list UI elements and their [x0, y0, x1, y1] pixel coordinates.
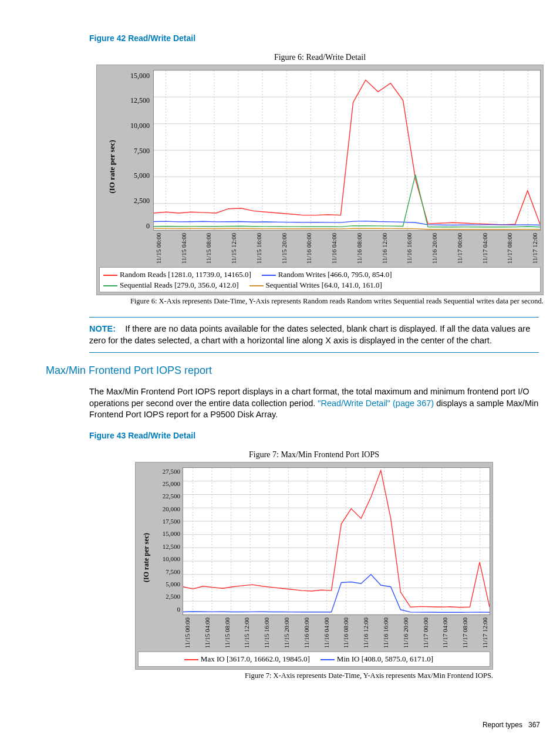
x-tick: 11/16 08:00: [342, 617, 350, 648]
y-tick: 5,000: [154, 580, 180, 589]
legend-entry: Min IO [408.0, 5875.0, 6171.0]: [321, 654, 433, 663]
page-footer: Report types 367: [483, 720, 540, 730]
section-heading: Max/Min Frontend Port IOPS report: [46, 363, 542, 377]
x-tick: 11/16 12:00: [362, 617, 370, 648]
figure-42-caption: Figure 42 Read/Write Detail: [89, 33, 539, 44]
y-tick: 10,000: [154, 555, 180, 563]
note-label: NOTE:: [89, 324, 116, 333]
chart-1-series: [154, 80, 540, 229]
chart-1-xticks: 11/15 00:0011/15 04:0011/15 08:0011/15 1…: [153, 233, 541, 264]
legend-entry: Random Writes [466.0, 795.0, 854.0]: [262, 270, 392, 279]
section-body: The Max/Min Frontend Port IOPS report di…: [89, 386, 539, 421]
y-tick: 12,500: [154, 542, 180, 551]
legend-entry: Sequential Writes [64.0, 141.0, 161.0]: [249, 281, 382, 289]
x-tick: 11/17 00:00: [421, 617, 430, 648]
x-tick: 11/17 08:00: [505, 233, 514, 264]
x-tick: 11/15 12:00: [230, 233, 238, 264]
y-tick: 2,500: [120, 196, 150, 205]
chart-2-grid: [183, 468, 490, 615]
chart-1-grid: [154, 70, 540, 230]
note-text: NOTE: If there are no data points availa…: [89, 323, 539, 346]
chart-1-plot: [154, 70, 540, 230]
chart-2-plot: [183, 468, 490, 615]
y-tick: 15,000: [120, 71, 150, 80]
note-rule-bottom: [89, 352, 539, 353]
chart-2-container: Figure 7: Max/Min Frontend Port IOPS (IO…: [135, 450, 493, 681]
chart-1-footnote: Figure 6: X-Axis represents Date-Time, Y…: [96, 296, 544, 306]
chart-1-yticks: 02,5005,0007,50010,00012,50015,000: [120, 70, 153, 232]
chart-1-legend: Random Reads [1281.0, 11739.0, 14165.0]R…: [99, 267, 541, 292]
chart-1-container: Figure 6: Read/Write Detail (IO rate per…: [96, 52, 544, 306]
footer-page: 367: [528, 721, 540, 729]
y-tick: 22,500: [154, 492, 180, 501]
y-tick: 12,500: [120, 96, 150, 105]
figure-43-caption: Figure 43 Read/Write Detail: [89, 430, 539, 441]
x-tick: 11/15 04:00: [180, 233, 188, 264]
chart-2-series: [183, 470, 490, 612]
note-body: If there are no data points available fo…: [89, 324, 530, 345]
chart-2-legend: Max IO [3617.0, 16662.0, 19845.0]Min IO …: [138, 652, 490, 667]
x-tick: 11/15 00:00: [154, 233, 163, 264]
y-tick: 2,500: [154, 592, 180, 601]
x-tick: 11/16 20:00: [402, 617, 410, 648]
legend-entry: Max IO [3617.0, 16662.0, 19845.0]: [184, 654, 310, 663]
y-tick: 5,000: [120, 171, 150, 180]
footer-label: Report types: [483, 721, 522, 729]
legend-entry: Random Reads [1281.0, 11739.0, 14165.0]: [103, 270, 251, 279]
y-tick: 7,500: [154, 568, 180, 576]
y-tick: 0: [154, 605, 180, 614]
x-tick: 11/16 20:00: [430, 233, 439, 264]
y-tick: 0: [120, 221, 150, 231]
chart-2-xticks: 11/15 00:0011/15 04:0011/15 08:0011/15 1…: [183, 617, 490, 648]
x-tick: 11/16 04:00: [330, 233, 339, 264]
y-tick: 7,500: [120, 146, 150, 156]
x-tick: 11/15 20:00: [282, 617, 291, 648]
x-tick: 11/15 08:00: [223, 617, 232, 648]
chart-2-footnote: Figure 7: X-Axis represents Date-Time, Y…: [135, 671, 493, 681]
x-tick: 11/16 16:00: [405, 233, 414, 264]
x-tick: 11/15 20:00: [280, 233, 289, 264]
y-tick: 17,500: [154, 517, 180, 526]
x-tick: 11/17 12:00: [481, 617, 490, 648]
y-tick: 25,000: [154, 480, 180, 488]
chart-2-yticks: 02,5005,0007,50010,00012,50015,00017,500…: [154, 467, 183, 614]
x-tick: 11/15 16:00: [255, 233, 264, 264]
x-tick: 11/17 12:00: [531, 233, 539, 264]
x-tick: 11/15 12:00: [242, 617, 251, 648]
y-tick: 20,000: [154, 505, 180, 514]
x-tick: 11/16 12:00: [380, 233, 389, 264]
x-tick: 11/17 04:00: [481, 233, 490, 264]
x-tick: 11/16 16:00: [382, 617, 390, 648]
x-tick: 11/16 00:00: [302, 617, 311, 648]
x-tick: 11/17 00:00: [456, 233, 464, 264]
x-tick: 11/17 04:00: [441, 617, 450, 648]
x-tick: 11/16 04:00: [322, 617, 331, 648]
y-tick: 15,000: [154, 529, 180, 538]
note-rule-top: [89, 317, 539, 318]
chart-2-ylabel: (IO rate per sec): [141, 533, 151, 582]
x-tick: 11/15 04:00: [203, 617, 212, 648]
chart-1-title: Figure 6: Read/Write Detail: [96, 52, 544, 63]
x-tick: 11/15 00:00: [183, 617, 192, 648]
y-tick: 10,000: [120, 121, 150, 130]
x-tick: 11/16 00:00: [305, 233, 313, 264]
chart-1-ylabel: (IO rate per sec): [107, 140, 117, 193]
x-tick: 11/16 08:00: [355, 233, 364, 264]
y-tick: 27,500: [154, 467, 180, 476]
legend-entry: Sequential Reads [279.0, 356.0, 412.0]: [103, 281, 239, 289]
link-read-write-detail[interactable]: "Read/Write Detail" (page 367): [318, 399, 434, 408]
x-tick: 11/15 16:00: [262, 617, 271, 648]
x-tick: 11/17 08:00: [461, 617, 470, 648]
x-tick: 11/15 08:00: [204, 233, 213, 264]
chart-2-title: Figure 7: Max/Min Frontend Port IOPS: [135, 450, 493, 461]
